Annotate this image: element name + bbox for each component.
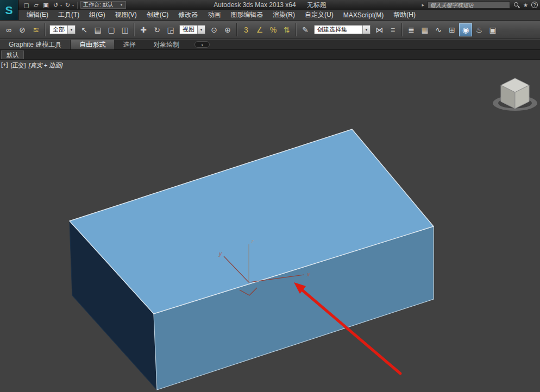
tab-freeform[interactable]: 自由形式 — [71, 40, 114, 49]
ribbon-minimize-control: ▾ — [194, 40, 210, 49]
app-title: Autodesk 3ds Max 2013 x64 — [214, 1, 296, 9]
selection-filter-dropdown[interactable]: 全部 ▼ — [49, 25, 76, 34]
chevron-down-icon[interactable]: ▼ — [67, 26, 75, 34]
undo-dropdown-icon[interactable]: ▾ — [60, 3, 62, 7]
viewport-pov-menu[interactable]: [正交] — [11, 61, 26, 69]
select-and-rotate-icon[interactable]: ↻ — [150, 23, 164, 36]
infocenter-collapse-icon[interactable]: ▸ — [422, 2, 425, 8]
unlink-selection-icon[interactable]: ⊘ — [16, 23, 29, 36]
infocenter: ▸ ★ ? — [422, 1, 538, 9]
tab-graphite-modeling-tools[interactable]: Graphite 建模工具 — [0, 40, 71, 49]
menu-rendering[interactable]: 渲染(R) — [268, 10, 300, 20]
chevron-down-icon: ▼ — [120, 3, 123, 7]
titlebar: ▢ ▱ ▣ ↺ ▾ ↻ ▾ 工作台: 默认 ▼ Autodesk 3ds Max… — [0, 0, 540, 10]
select-and-manipulate-icon[interactable]: ⊕ — [221, 23, 234, 36]
angle-snap-icon[interactable]: ∠ — [253, 23, 266, 36]
panel-tab-default[interactable]: 默认 — [1, 50, 24, 59]
separator — [236, 23, 237, 36]
spinner-snap-icon[interactable]: ⇅ — [280, 23, 293, 36]
menu-graph-editors[interactable]: 图形编辑器 — [225, 10, 268, 20]
viewport-canvas[interactable]: z y x — [0, 60, 540, 392]
bind-to-space-warp-icon[interactable]: ≋ — [29, 23, 42, 36]
layer-manager-icon[interactable]: ≣ — [405, 23, 418, 36]
mirror-icon[interactable]: ⋈ — [373, 23, 386, 36]
menu-group[interactable]: 组(G) — [84, 10, 110, 20]
viewport-shading-menu[interactable]: [真实 + 边面] — [29, 61, 63, 69]
viewport[interactable]: [+] [正交] [真实 + 边面] z y x — [0, 60, 540, 392]
save-file-icon[interactable]: ▣ — [41, 1, 51, 9]
menu-customize[interactable]: 自定义(U) — [300, 10, 338, 20]
use-pivot-point-icon[interactable]: ⊙ — [208, 23, 221, 36]
align-icon[interactable]: ≡ — [386, 23, 399, 36]
quick-access-toolbar: ▢ ▱ ▣ ↺ ▾ ↻ ▾ 工作台: 默认 ▼ — [22, 1, 126, 9]
workspace-dropdown[interactable]: 工作台: 默认 ▼ — [80, 1, 126, 9]
separator — [45, 23, 46, 36]
chevron-down-icon[interactable]: ▼ — [197, 26, 205, 34]
percent-snap-icon[interactable]: % — [267, 23, 280, 36]
viewcube[interactable] — [493, 78, 537, 111]
schematic-view-icon[interactable]: ⊞ — [445, 23, 459, 36]
ribbon-tab-bar: Graphite 建模工具 自由形式 选择 对象绘制 ▾ — [0, 40, 540, 50]
separator — [296, 23, 297, 36]
search-icon[interactable] — [513, 2, 520, 8]
curve-editor-icon[interactable]: ∿ — [432, 23, 445, 36]
rendered-frame-icon[interactable]: ▣ — [486, 23, 499, 36]
render-setup-icon[interactable]: ♨ — [473, 23, 486, 36]
viewport-general-menu[interactable]: [+] — [1, 61, 8, 69]
undo-icon[interactable]: ↺ — [51, 1, 60, 9]
menu-tools[interactable]: 工具(T) — [53, 10, 84, 20]
redo-icon[interactable]: ↻ — [63, 1, 72, 9]
menu-maxscript[interactable]: MAXScript(M) — [338, 11, 389, 19]
chevron-down-icon[interactable]: ▼ — [362, 26, 370, 34]
graphite-toggle-icon[interactable]: ▦ — [418, 23, 431, 36]
axis-y-label: y — [218, 251, 222, 257]
selection-filter-value: 全部 — [50, 26, 67, 34]
menu-modifiers[interactable]: 修改器 — [173, 10, 203, 20]
separator — [401, 23, 403, 36]
named-selection-sets-value: 创建选择集 — [315, 26, 362, 34]
menubar: 编辑(E) 工具(T) 组(G) 视图(V) 创建(C) 修改器 动画 图形编辑… — [0, 10, 540, 21]
application-menu-button[interactable]: S — [0, 0, 18, 20]
document-title: 无标题 — [307, 1, 326, 10]
viewport-label: [+] [正交] [真实 + 边面] — [1, 61, 62, 69]
ribbon-panel-row: 默认 — [0, 50, 540, 60]
menu-create[interactable]: 创建(C) — [142, 10, 174, 20]
snaps-toggle-icon[interactable]: 3 — [240, 23, 253, 36]
select-by-name-icon[interactable]: ▤ — [91, 23, 104, 36]
main-toolbar: ∞ ⊘ ≋ 全部 ▼ ↖ ▤ ▢ ◫ ✚ ↻ ◲ 视图 ▼ ⊙ ⊕ 3 ∠ % … — [0, 21, 540, 39]
edit-named-selection-sets-icon[interactable]: ✎ — [299, 23, 312, 36]
ribbon-minimize-icon[interactable]: ▾ — [194, 41, 210, 48]
select-and-scale-icon[interactable]: ◲ — [164, 23, 177, 36]
menu-views[interactable]: 视图(V) — [110, 10, 142, 20]
rectangular-selection-icon[interactable]: ▢ — [105, 23, 118, 36]
reference-coordinate-dropdown[interactable]: 视图 ▼ — [179, 25, 205, 34]
box-geometry[interactable] — [70, 129, 434, 390]
separator — [134, 23, 135, 36]
favorites-star-icon[interactable]: ★ — [523, 2, 528, 8]
separator — [77, 2, 78, 9]
window-crossing-icon[interactable]: ◫ — [118, 23, 131, 36]
reference-coordinate-value: 视图 — [180, 26, 197, 34]
redo-dropdown-icon[interactable]: ▾ — [72, 3, 74, 7]
material-editor-icon[interactable]: ◉ — [459, 23, 472, 36]
named-selection-sets-dropdown[interactable]: 创建选择集 ▼ — [314, 25, 371, 34]
help-icon[interactable]: ? — [531, 2, 538, 8]
search-input[interactable] — [428, 1, 510, 9]
tab-selection[interactable]: 选择 — [114, 40, 145, 49]
select-and-link-icon[interactable]: ∞ — [2, 23, 15, 36]
new-file-icon[interactable]: ▢ — [22, 1, 31, 9]
open-file-icon[interactable]: ▱ — [32, 1, 41, 9]
axis-z-label: z — [250, 238, 254, 244]
select-and-move-icon[interactable]: ✚ — [137, 23, 150, 36]
menu-edit[interactable]: 编辑(E) — [22, 10, 53, 20]
axis-x-label: x — [306, 271, 310, 277]
tab-object-paint[interactable]: 对象绘制 — [145, 40, 188, 49]
select-object-icon[interactable]: ↖ — [78, 23, 91, 36]
workspace-label: 工作台: 默认 — [83, 1, 114, 9]
menu-help[interactable]: 帮助(H) — [388, 10, 420, 20]
menu-animation[interactable]: 动画 — [203, 10, 225, 20]
